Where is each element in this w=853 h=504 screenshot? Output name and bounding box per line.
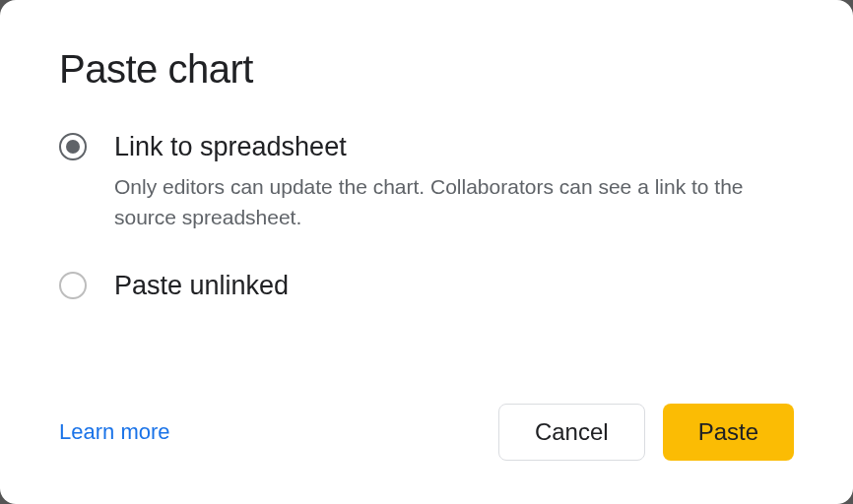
option-link-to-spreadsheet[interactable]: Link to spreadsheet Only editors can upd… [59, 131, 794, 232]
option-paste-unlinked[interactable]: Paste unlinked [59, 270, 794, 301]
radio-link-to-spreadsheet[interactable] [59, 133, 87, 160]
learn-more-link[interactable]: Learn more [59, 419, 170, 445]
paste-button[interactable]: Paste [663, 404, 794, 461]
cancel-button[interactable]: Cancel [498, 404, 645, 461]
paste-options: Link to spreadsheet Only editors can upd… [59, 131, 794, 380]
dialog-title: Paste chart [59, 47, 794, 92]
radio-dot-icon [66, 140, 80, 154]
option-label: Link to spreadsheet [114, 131, 745, 162]
radio-paste-unlinked[interactable] [59, 272, 87, 299]
dialog-buttons: Cancel Paste [498, 404, 794, 461]
option-text-block: Paste unlinked [114, 270, 289, 301]
dialog-footer: Learn more Cancel Paste [59, 404, 794, 461]
option-description: Only editors can update the chart. Colla… [114, 172, 745, 232]
option-label: Paste unlinked [114, 270, 289, 301]
paste-chart-dialog: Paste chart Link to spreadsheet Only edi… [0, 0, 853, 504]
option-text-block: Link to spreadsheet Only editors can upd… [114, 131, 745, 232]
